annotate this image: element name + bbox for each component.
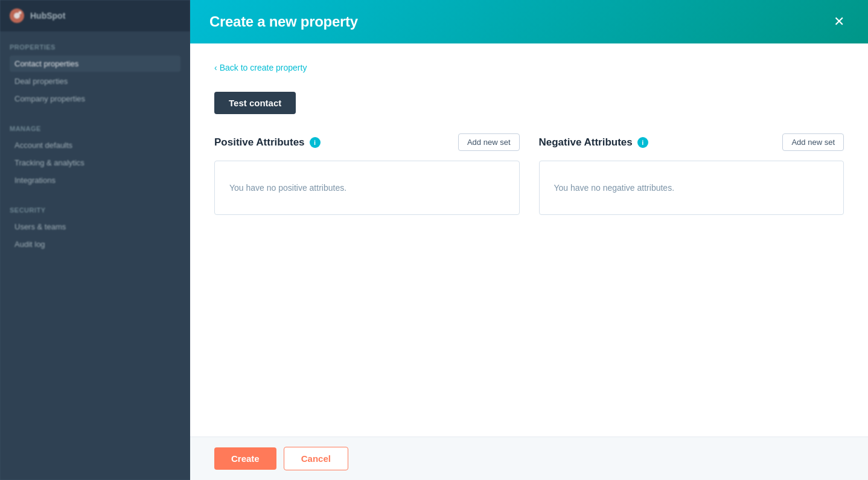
positive-attributes-title: Positive Attributes [214,136,305,149]
negative-attributes-title: Negative Attributes [539,136,633,149]
positive-attributes-header: Positive Attributes i Add new set [214,133,520,151]
sidebar-item-companies[interactable]: Company properties [10,91,180,107]
modal-footer: Create Cancel [190,437,868,480]
positive-add-new-set-button[interactable]: Add new set [458,133,520,151]
test-contact-section: Test contact [214,92,844,133]
modal-panel: Create a new property ✕ ‹ Back to create… [190,0,868,480]
svg-point-2 [19,11,22,14]
sidebar-item-integrations[interactable]: Integrations [10,172,180,188]
positive-attributes-empty-text: You have no positive attributes. [229,183,346,193]
negative-attributes-empty-box: You have no negative attributes. [539,161,844,215]
sidebar-section-label-3: Security [10,206,180,214]
sidebar-section-1: Properties Contact properties Deal prope… [0,31,190,113]
sidebar-title: HubSpot [30,11,65,21]
positive-attributes-title-group: Positive Attributes i [214,136,321,149]
back-to-create-property-link[interactable]: ‹ Back to create property [214,63,844,72]
negative-add-new-set-button[interactable]: Add new set [782,133,844,151]
attributes-row: Positive Attributes i Add new set You ha… [214,133,844,215]
test-contact-button[interactable]: Test contact [214,92,296,114]
cancel-button[interactable]: Cancel [284,447,348,470]
sidebar-section-3: Security Users & teams Audit log [0,194,190,258]
sidebar-section-label-2: Manage [10,125,180,132]
positive-attributes-empty-box: You have no positive attributes. [214,161,520,215]
sidebar-section-2: Manage Account defaults Tracking & analy… [0,113,190,194]
sidebar-item-audit[interactable]: Audit log [10,236,180,252]
sidebar-section-label-1: Properties [10,43,180,51]
sidebar-header: HubSpot [0,0,190,31]
sidebar-item-users[interactable]: Users & teams [10,219,180,235]
sidebar-item-tracking[interactable]: Tracking & analytics [10,155,180,171]
create-button[interactable]: Create [214,447,276,470]
back-chevron-icon: ‹ [214,63,217,72]
negative-attributes-section: Negative Attributes i Add new set You ha… [539,133,844,215]
sidebar-item-contacts[interactable]: Contact properties [10,56,180,72]
sidebar: HubSpot Properties Contact properties De… [0,0,190,480]
back-link-label: Back to create property [220,63,307,72]
negative-attributes-title-group: Negative Attributes i [539,136,648,149]
hubspot-logo-icon [10,8,24,23]
positive-attributes-info-icon[interactable]: i [310,137,321,148]
modal-close-button[interactable]: ✕ [829,12,849,31]
positive-attributes-section: Positive Attributes i Add new set You ha… [214,133,520,215]
sidebar-item-deals[interactable]: Deal properties [10,73,180,89]
negative-attributes-info-icon[interactable]: i [637,137,648,148]
negative-attributes-header: Negative Attributes i Add new set [539,133,844,151]
modal-body: ‹ Back to create property Test contact P… [190,43,868,437]
sidebar-item-account[interactable]: Account defaults [10,137,180,153]
modal-title: Create a new property [209,13,358,30]
negative-attributes-empty-text: You have no negative attributes. [554,183,675,193]
modal-header: Create a new property ✕ [190,0,868,43]
